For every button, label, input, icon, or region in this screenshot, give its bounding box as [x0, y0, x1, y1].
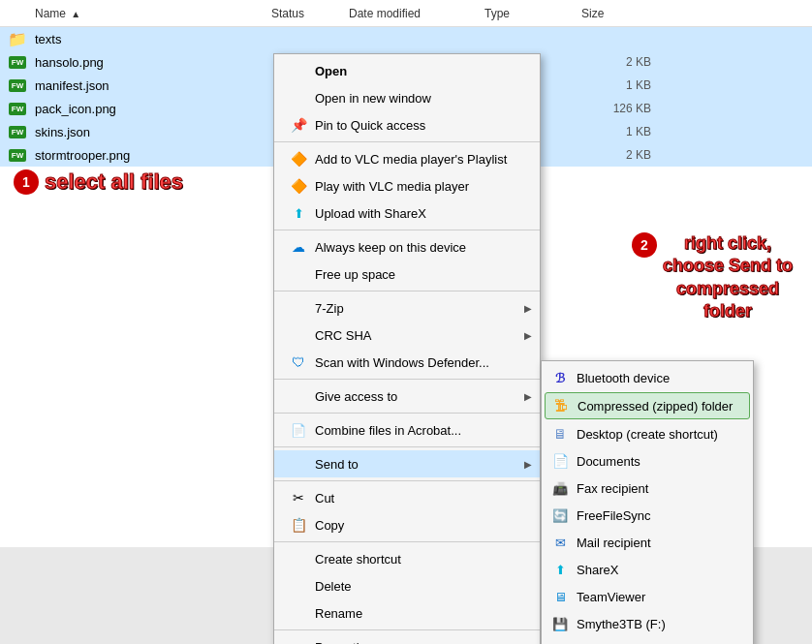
file-name: skins.json	[35, 125, 271, 139]
sendto-teamviewer-label: TeamViewer	[577, 590, 645, 604]
sendto-mail-label: Mail recipient	[577, 536, 651, 550]
col-name-header[interactable]: Name ▲	[0, 7, 271, 20]
sendto-menu: ℬ Bluetooth device 🗜 Compressed (zipped)…	[541, 360, 754, 644]
file-size: 1 KB	[581, 78, 659, 92]
file-name: pack_icon.png	[35, 102, 271, 116]
ctx-create-shortcut[interactable]: Create shortcut	[274, 545, 540, 572]
ctx-divider-3	[274, 291, 540, 291]
sendto-data-drive[interactable]: 💿 DATA (\\CESFS002) (K:)	[542, 637, 753, 644]
teamviewer-icon: 🖥	[551, 588, 569, 605]
sort-arrow: ▲	[71, 9, 80, 19]
json-icon: FW	[8, 76, 27, 95]
col-status-header[interactable]: Status	[271, 7, 349, 20]
copy-icon: 📋	[290, 516, 307, 534]
sendto-sharex-label: ShareX	[577, 563, 618, 577]
ctx-pin-quick[interactable]: 📌 Pin to Quick access	[274, 111, 540, 138]
file-name: hansolo.png	[35, 55, 271, 70]
sendto-documents[interactable]: 📄 Documents	[542, 447, 753, 475]
ctx-open-new-window[interactable]: Open in new window	[274, 84, 540, 111]
ctx-vlc-play[interactable]: 🔶 Play with VLC media player	[274, 172, 540, 199]
sendto-sharex[interactable]: ⬆ ShareX	[542, 556, 753, 583]
free-up-icon	[290, 265, 307, 283]
ctx-properties[interactable]: Properties	[274, 633, 540, 644]
ctx-always-keep-label: Always keep on this device	[315, 240, 466, 255]
sendto-desktop-label: Desktop (create shortcut)	[577, 427, 718, 442]
send-to-icon	[290, 455, 307, 473]
file-name: texts	[35, 32, 271, 46]
sendto-desktop[interactable]: 🖥 Desktop (create shortcut)	[542, 420, 753, 447]
open-icon	[290, 62, 307, 79]
sendto-compressed[interactable]: 🗜 Compressed (zipped) folder	[545, 392, 750, 419]
ctx-send-to-label: Send to	[315, 457, 359, 472]
ctx-free-up-label: Free up space	[315, 267, 395, 282]
ctx-send-to[interactable]: Send to	[274, 450, 540, 477]
ctx-delete[interactable]: Delete	[274, 572, 540, 599]
ctx-divider-6	[274, 446, 540, 447]
sendto-fax-label: Fax recipient	[577, 481, 648, 496]
col-type-header[interactable]: Type	[484, 7, 581, 20]
ctx-7zip[interactable]: 7-Zip	[274, 294, 540, 322]
ctx-give-access-label: Give access to	[315, 389, 397, 404]
shortcut-icon	[290, 550, 307, 567]
ctx-free-up[interactable]: Free up space	[274, 261, 540, 288]
context-menu: Open Open in new window 📌 Pin to Quick a…	[273, 53, 541, 644]
sendto-teamviewer[interactable]: 🖥 TeamViewer	[542, 583, 753, 610]
explorer-window: Name ▲ Status Date modified Type Size 📁 …	[0, 0, 812, 644]
ctx-divider-5	[274, 413, 540, 414]
sharex-s-icon: ⬆	[551, 561, 569, 578]
ctx-crc-sha[interactable]: CRC SHA	[274, 322, 540, 349]
table-row[interactable]: 📁 texts	[0, 27, 812, 50]
ctx-give-access[interactable]: Give access to	[274, 383, 540, 410]
bluetooth-icon: ℬ	[551, 369, 569, 386]
sendto-freefilesync[interactable]: 🔄 FreeFileSync	[542, 502, 753, 529]
ctx-cut-label: Cut	[315, 491, 334, 506]
folder-icon: 📁	[8, 29, 27, 48]
ctx-open-new-label: Open in new window	[315, 91, 431, 106]
ctx-divider-1	[274, 141, 540, 142]
ctx-combine-label: Combine files in Acrobat...	[315, 423, 461, 438]
ctx-copy[interactable]: 📋 Copy	[274, 511, 540, 538]
zip-icon: 🗜	[552, 397, 570, 414]
sendto-smythe3tb[interactable]: 💾 Smythe3TB (F:)	[542, 610, 753, 637]
sendto-compressed-label: Compressed (zipped) folder	[578, 399, 733, 414]
ctx-sharex-upload[interactable]: ⬆ Upload with ShareX	[274, 199, 540, 227]
vlc-play-icon: 🔶	[290, 177, 307, 195]
cut-icon: ✂	[290, 489, 307, 506]
sendto-documents-label: Documents	[577, 454, 640, 469]
sendto-bluetooth[interactable]: ℬ Bluetooth device	[542, 364, 753, 391]
png-icon: FW	[8, 99, 27, 118]
ctx-open-label: Open	[315, 64, 347, 78]
ctx-rename[interactable]: Rename	[274, 599, 540, 627]
ctx-combine-acrobat[interactable]: 📄 Combine files in Acrobat...	[274, 416, 540, 444]
file-size: 2 KB	[581, 55, 659, 69]
ctx-defender[interactable]: 🛡 Scan with Windows Defender...	[274, 349, 540, 376]
ctx-vlc-playlist[interactable]: 🔶 Add to VLC media player's Playlist	[274, 145, 540, 172]
ctx-crc-label: CRC SHA	[315, 328, 372, 343]
pin-icon: 📌	[290, 116, 307, 134]
ctx-7zip-label: 7-Zip	[315, 301, 344, 316]
file-name: stormtrooper.png	[35, 148, 271, 163]
annotation-step1: 1 select all files	[14, 169, 183, 195]
step1-circle: 1	[14, 169, 39, 195]
annotation-step2: 2 right click,choose Send tocompressedfo…	[632, 232, 793, 323]
vlc-icon: 🔶	[290, 150, 307, 168]
sendto-bluetooth-label: Bluetooth device	[577, 371, 670, 385]
ctx-always-keep[interactable]: ☁ Always keep on this device	[274, 233, 540, 261]
ctx-defender-label: Scan with Windows Defender...	[315, 355, 489, 370]
col-size-header[interactable]: Size	[581, 7, 659, 20]
properties-icon	[290, 638, 307, 644]
sendto-mail[interactable]: ✉ Mail recipient	[542, 529, 753, 556]
ctx-vlc-play-label: Play with VLC media player	[315, 179, 469, 194]
step2-circle: 2	[632, 232, 657, 258]
ctx-sharex-label: Upload with ShareX	[315, 206, 426, 221]
ctx-copy-label: Copy	[315, 518, 344, 533]
ctx-divider-8	[274, 541, 540, 542]
ctx-cut[interactable]: ✂ Cut	[274, 484, 540, 511]
sendto-fax[interactable]: 📠 Fax recipient	[542, 475, 753, 502]
sendto-freefilesync-label: FreeFileSync	[577, 508, 651, 523]
ctx-divider-7	[274, 480, 540, 481]
col-date-header[interactable]: Date modified	[349, 7, 484, 20]
ctx-open[interactable]: Open	[274, 57, 540, 84]
file-name: manifest.json	[35, 78, 271, 93]
ctx-properties-label: Properties	[315, 640, 372, 645]
